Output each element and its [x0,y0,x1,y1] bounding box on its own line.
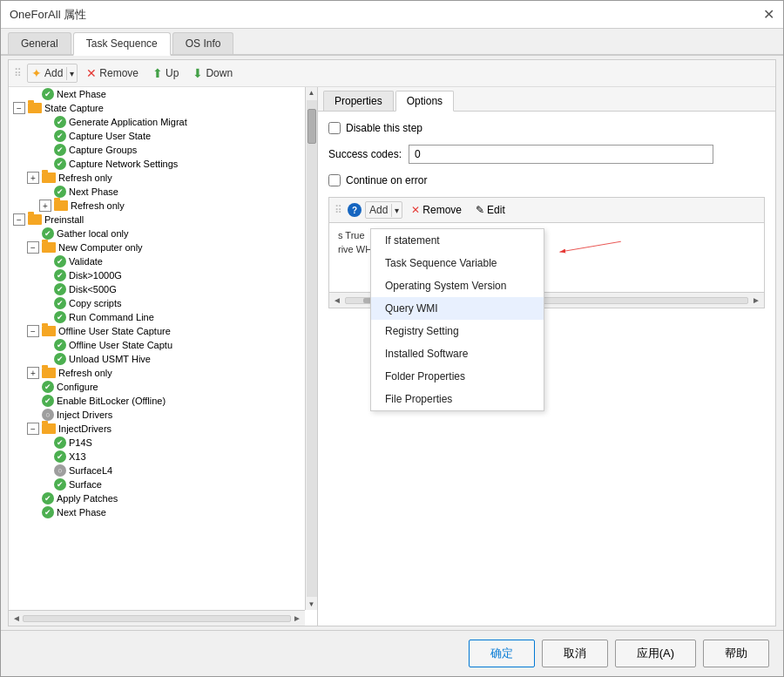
tree-item-refresh-only-2[interactable]: + Refresh only [9,199,305,213]
scroll-left-arrow[interactable]: ◄ [10,613,23,623]
gray-circle-icon: ○ [54,464,66,477]
tab-task-sequence[interactable]: Task Sequence [73,32,171,56]
close-button[interactable]: ✕ [763,8,774,22]
cond-scroll-right[interactable]: ► [750,295,762,305]
expand-icon[interactable]: − [27,423,39,435]
up-button[interactable]: ⬆ Up [147,64,184,82]
tree-item-next-phase-2[interactable]: ✔ Next Phase [9,185,305,199]
tree-vscroll[interactable]: ▲ ▼ [305,87,317,610]
check-icon: ✔ [42,506,54,518]
tab-options[interactable]: Options [395,91,454,112]
cond-remove-button[interactable]: ✕ Remove [406,202,467,218]
tree-item-capture-network[interactable]: ✔ Capture Network Settings [9,157,305,171]
remove-icon: ✕ [86,66,97,80]
check-icon: ✔ [54,116,66,128]
check-icon: ✔ [54,450,66,463]
tab-general[interactable]: General [8,32,71,54]
expand-icon[interactable]: + [39,200,51,212]
tree-hscroll[interactable]: ◄ ► [9,610,305,626]
cond-add-button[interactable]: Add [366,202,391,218]
main-split: ✔ Next Phase − State Capture ✔ Generate … [9,87,775,626]
dropdown-item-file-properties[interactable]: File Properties [371,388,544,410]
success-codes-input[interactable] [409,145,713,164]
tree-item-copy-scripts[interactable]: ✔ Copy scripts [9,296,305,310]
window-title: OneForAll 属性 [10,7,86,23]
expand-icon[interactable]: − [13,213,25,226]
expand-icon[interactable]: − [27,241,39,254]
dropdown-item-os-version[interactable]: Operating System Version [371,274,544,297]
dropdown-item-folder-properties[interactable]: Folder Properties [371,365,544,388]
tree-item-capture-user-state[interactable]: ✔ Capture User State [9,129,305,143]
add-dropdown-arrow[interactable]: ▾ [66,67,77,80]
tree-item-configure[interactable]: ✔ Configure [9,380,305,394]
tree-panel[interactable]: ✔ Next Phase − State Capture ✔ Generate … [9,87,318,626]
dropdown-menu: If statement Task Sequence Variable Oper… [370,228,544,411]
tree-item-disk1000g[interactable]: ✔ Disk>1000G [9,268,305,282]
check-icon: ✔ [54,311,66,323]
expand-icon[interactable]: − [13,102,25,114]
cond-remove-icon: ✕ [411,204,420,216]
help-button[interactable]: 帮助 [703,640,769,667]
tree-item-offline-capture[interactable]: − Offline User State Capture [9,324,305,338]
down-button[interactable]: ⬇ Down [187,64,238,82]
hscroll-track [23,615,291,622]
disable-step-label[interactable]: Disable this step [328,122,422,134]
folder-icon [28,103,42,113]
tree-item-gather-local[interactable]: ✔ Gather local only [9,227,305,240]
expand-icon[interactable]: + [27,367,39,379]
tree-item-gen-app-mig[interactable]: ✔ Generate Application Migrat [9,115,305,129]
scroll-up-arrow[interactable]: ▲ [307,87,317,98]
tree-item-state-capture[interactable]: − State Capture [9,101,305,115]
dropdown-item-task-seq-var[interactable]: Task Sequence Variable [371,252,544,274]
tree-item-disk500g[interactable]: ✔ Disk<500G [9,282,305,296]
dropdown-item-registry-setting[interactable]: Registry Setting [371,320,544,342]
tree-item-capture-groups[interactable]: ✔ Capture Groups [9,143,305,157]
expand-icon[interactable]: − [27,325,39,337]
tab-os-info[interactable]: OS Info [172,32,234,54]
tree-item-inject-drivers[interactable]: ○ Inject Drivers [9,408,305,422]
dropdown-item-query-wmi[interactable]: Query WMI [371,297,544,320]
expand-icon[interactable]: + [27,172,39,184]
scroll-thumb[interactable] [308,109,316,144]
add-button[interactable]: ✦ Add [28,64,66,82]
tree-item-inject-drivers-folder[interactable]: − InjectDrivers [9,422,305,436]
condition-toolbar: ⠿ ? Add ▾ ✕ Remove [328,197,765,223]
cancel-button[interactable]: 取消 [542,640,608,667]
cond-add-arrow[interactable]: ▾ [391,204,402,217]
dropdown-item-if-statement[interactable]: If statement [371,229,544,252]
remove-button[interactable]: ✕ Remove [81,64,144,82]
tree-item-surface-l4[interactable]: ○ SurfaceL4 [9,464,305,477]
tree-item-x13[interactable]: ✔ X13 [9,450,305,464]
disable-step-checkbox[interactable] [328,122,341,134]
tree-item-offline-capt2[interactable]: ✔ Offline User State Captu [9,338,305,352]
tree-item-refresh-only-3[interactable]: + Refresh only [9,366,305,380]
tree-item-surface[interactable]: ✔ Surface [9,477,305,491]
scroll-right-arrow[interactable]: ► [291,613,303,623]
dropdown-item-installed-software[interactable]: Installed Software [371,342,544,365]
tree-item-new-computer[interactable]: − New Computer only [9,240,305,254]
ok-button[interactable]: 确定 [469,640,535,667]
continue-error-label[interactable]: Continue on error [328,174,427,186]
tree-item-next-phase-1[interactable]: ✔ Next Phase [9,87,305,101]
tree-item-unload-usmt[interactable]: ✔ Unload USMT Hive [9,352,305,366]
apply-button[interactable]: 应用(A) [615,640,696,667]
cond-grip-icon: ⠿ [335,204,342,216]
check-icon: ✔ [54,437,66,449]
tree-item-preinstall[interactable]: − Preinstall [9,213,305,227]
cond-edit-button[interactable]: ✎ Edit [470,202,510,218]
tab-properties[interactable]: Properties [323,91,394,111]
tree-item-run-cmd[interactable]: ✔ Run Command Line [9,310,305,324]
tree-item-p14s[interactable]: ✔ P14S [9,436,305,450]
check-icon: ✔ [42,227,54,240]
up-icon: ⬆ [152,66,163,80]
cond-scroll-left[interactable]: ◄ [331,295,343,305]
tree-item-validate[interactable]: ✔ Validate [9,254,305,268]
main-window: OneForAll 属性 ✕ General Task Sequence OS … [0,0,784,677]
tree-item-refresh-only-1[interactable]: + Refresh only [9,171,305,185]
tree-item-enable-bitlocker[interactable]: ✔ Enable BitLocker (Offline) [9,394,305,408]
tree-item-apply-patches[interactable]: ✔ Apply Patches [9,491,305,505]
check-icon: ✔ [54,353,66,365]
tree-item-next-phase-3[interactable]: ✔ Next Phase [9,505,305,519]
continue-error-checkbox[interactable] [328,174,341,186]
scroll-down-arrow[interactable]: ▼ [307,599,317,610]
